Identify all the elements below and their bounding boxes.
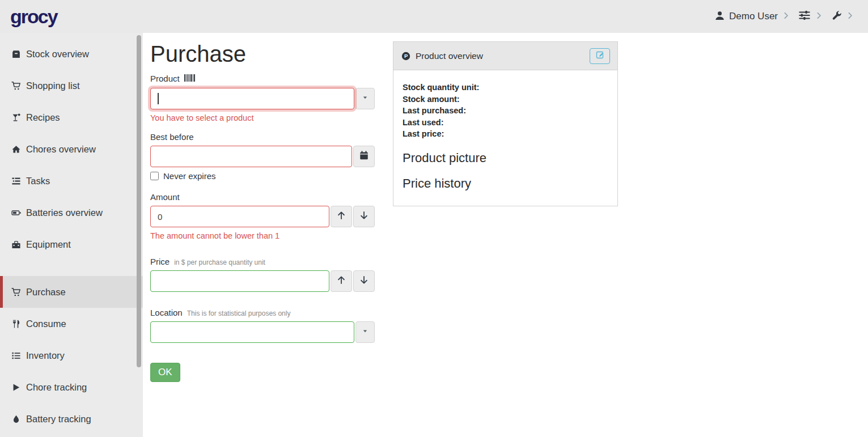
calendar-icon bbox=[359, 150, 369, 163]
sidebar-item-label: Inventory bbox=[26, 350, 65, 361]
location-label: Location bbox=[150, 308, 183, 317]
caret-down-icon bbox=[361, 94, 369, 104]
sidebar-item-label: Chores overview bbox=[26, 144, 96, 155]
cocktail-icon bbox=[11, 113, 26, 122]
user-menu-label: Demo User bbox=[729, 11, 778, 22]
grocy-logo[interactable]: grocy bbox=[10, 6, 57, 28]
wrench-icon bbox=[831, 10, 842, 23]
sidebar-nav: Stock overview Shopping list Recipes Cho… bbox=[0, 33, 143, 437]
user-menu[interactable]: Demo User bbox=[714, 10, 790, 23]
barcode-icon bbox=[184, 74, 196, 84]
best-before-form-group: Best before Never expires bbox=[150, 132, 375, 181]
sidebar-item-label: Recipes bbox=[26, 112, 60, 123]
product-dropdown-button[interactable] bbox=[355, 88, 375, 109]
sidebar-item-purchase[interactable]: Purchase bbox=[0, 276, 143, 308]
price-history-heading: Price history bbox=[403, 176, 608, 191]
arrow-up-icon bbox=[336, 210, 346, 223]
sidebar-item-battery-tracking[interactable]: Battery tracking bbox=[0, 403, 143, 435]
settings-menu[interactable] bbox=[798, 9, 823, 24]
caret-down-icon bbox=[361, 327, 369, 337]
sidebar-item-chores-overview[interactable]: Chores overview bbox=[0, 133, 143, 165]
product-error: You have to select a product bbox=[150, 113, 375, 122]
product-overview-card: P Product overview Stock quantity unit: … bbox=[393, 41, 618, 206]
product-picture-heading: Product picture bbox=[403, 151, 608, 166]
product-circle-p-icon: P bbox=[401, 51, 411, 61]
stock-amount-field: Stock amount: bbox=[403, 94, 608, 105]
price-increment-button[interactable] bbox=[331, 270, 352, 292]
price-label: Price bbox=[150, 257, 170, 266]
best-before-label: Best before bbox=[150, 132, 194, 142]
sidebar-item-consume[interactable]: Consume bbox=[0, 308, 143, 340]
text-cursor bbox=[158, 93, 159, 104]
location-dropdown-button[interactable] bbox=[355, 321, 375, 343]
arrow-up-icon bbox=[336, 275, 346, 287]
stock-quantity-unit-field: Stock quantity unit: bbox=[403, 82, 608, 94]
edit-product-button[interactable] bbox=[590, 48, 610, 64]
sidebar-item-tasks[interactable]: Tasks bbox=[0, 165, 143, 197]
sidebar-item-inventory[interactable]: Inventory bbox=[0, 340, 143, 371]
battery-icon bbox=[11, 208, 26, 218]
last-price-field: Last price: bbox=[403, 128, 608, 140]
calendar-button[interactable] bbox=[353, 146, 375, 167]
play-icon bbox=[11, 383, 26, 392]
sidebar-item-label: Shopping list bbox=[26, 80, 79, 91]
product-form-group: Product You have to select a product bbox=[150, 74, 375, 122]
sidebar-item-stock-overview[interactable]: Stock overview bbox=[0, 38, 143, 70]
arrow-down-icon bbox=[359, 210, 369, 223]
price-form-group: Price in $ per purchase quantity unit bbox=[150, 257, 375, 292]
amount-label: Amount bbox=[150, 192, 180, 202]
amount-decrement-button[interactable] bbox=[353, 206, 375, 227]
list-icon bbox=[11, 351, 26, 360]
price-hint: in $ per purchase quantity unit bbox=[174, 258, 265, 266]
chevron-right-icon bbox=[782, 11, 790, 22]
svg-text:P: P bbox=[404, 53, 408, 59]
never-expires-checkbox[interactable] bbox=[150, 172, 159, 180]
best-before-input[interactable] bbox=[150, 146, 352, 167]
chevron-right-icon bbox=[846, 11, 854, 22]
chevron-right-icon bbox=[815, 11, 823, 22]
location-hint: This is for statistical purposes only bbox=[187, 309, 291, 317]
product-overview-title: Product overview bbox=[416, 51, 483, 61]
sidebar-item-equipment[interactable]: Equipment bbox=[0, 228, 143, 260]
location-form-group: Location This is for statistical purpose… bbox=[150, 308, 375, 343]
amount-form-group: Amount The amount cannot be lower than 1 bbox=[150, 192, 375, 240]
sidebar-item-chore-tracking[interactable]: Chore tracking bbox=[0, 371, 143, 403]
sidebar-item-batteries-overview[interactable]: Batteries overview bbox=[0, 197, 143, 228]
never-expires-row: Never expires bbox=[150, 171, 375, 181]
last-used-field: Last used: bbox=[403, 117, 608, 129]
amount-increment-button[interactable] bbox=[331, 206, 352, 227]
price-input[interactable] bbox=[150, 270, 329, 292]
amount-input[interactable] bbox=[150, 206, 329, 227]
product-input[interactable] bbox=[150, 88, 354, 109]
sidebar-item-label: Battery tracking bbox=[26, 414, 91, 425]
ok-button[interactable]: OK bbox=[150, 363, 180, 382]
location-input[interactable] bbox=[150, 321, 354, 343]
sidebar-item-label: Stock overview bbox=[26, 49, 89, 60]
admin-menu[interactable] bbox=[831, 10, 854, 23]
sidebar-scrollbar-thumb[interactable] bbox=[137, 35, 141, 367]
sidebar-item-recipes[interactable]: Recipes bbox=[0, 101, 143, 133]
box-icon bbox=[11, 49, 26, 59]
shopping-cart-icon bbox=[11, 287, 26, 297]
price-decrement-button[interactable] bbox=[353, 270, 375, 292]
home-icon bbox=[11, 145, 26, 154]
sidebar-item-shopping-list[interactable]: Shopping list bbox=[0, 70, 143, 101]
tasks-icon bbox=[11, 176, 26, 186]
product-overview-body: Stock quantity unit: Stock amount: Last … bbox=[393, 70, 617, 206]
sidebar-item-label: Chore tracking bbox=[26, 382, 87, 393]
user-icon bbox=[714, 10, 725, 23]
purchase-form: Product You have to select a product bbox=[150, 74, 375, 382]
utensils-icon bbox=[11, 319, 26, 329]
sidebar-item-label: Equipment bbox=[26, 239, 71, 250]
sliders-icon bbox=[798, 9, 811, 24]
sidebar-item-label: Batteries overview bbox=[26, 207, 103, 218]
toolbox-icon bbox=[11, 240, 26, 249]
sidebar-item-label: Tasks bbox=[26, 176, 50, 186]
arrow-down-icon bbox=[359, 275, 369, 287]
sidebar-item-label: Consume bbox=[26, 319, 66, 329]
main-content: Purchase Product bbox=[143, 33, 868, 437]
sidebar-item-label: Purchase bbox=[26, 287, 66, 298]
shopping-cart-icon bbox=[11, 81, 26, 91]
top-navbar: grocy Demo User bbox=[0, 0, 868, 33]
product-overview-header: P Product overview bbox=[393, 42, 617, 70]
